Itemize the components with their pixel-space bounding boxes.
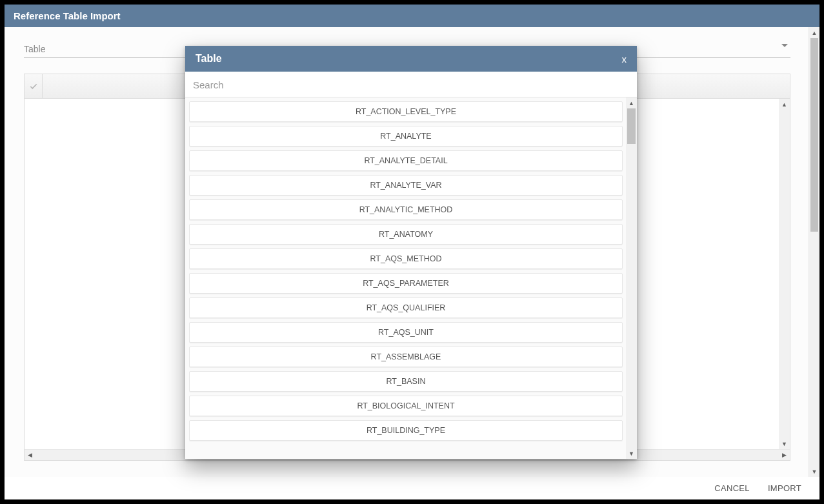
import-button[interactable]: IMPORT (768, 483, 801, 493)
page-title: Reference Table Import (14, 10, 121, 21)
list-item[interactable]: RT_AQS_UNIT (189, 322, 623, 343)
list-item[interactable]: RT_BUILDING_TYPE (189, 420, 623, 441)
table-select-placeholder: Table (24, 44, 45, 54)
list-item[interactable]: RT_ANATOMY (189, 224, 623, 245)
grid-vertical-scrollbar[interactable]: ▲ ▼ (779, 99, 790, 449)
list-item[interactable]: RT_BIOLOGICAL_INTENT (189, 396, 623, 416)
modal-header: Table x (185, 46, 637, 72)
scroll-up-icon[interactable]: ▲ (809, 27, 819, 38)
list-item[interactable]: RT_AQS_PARAMETER (189, 273, 623, 294)
scroll-up-icon[interactable]: ▲ (626, 97, 637, 108)
scrollbar-thumb[interactable] (627, 108, 636, 144)
search-input[interactable] (193, 77, 629, 93)
modal-list-wrap: RT_ACTION_LEVEL_TYPERT_ANALYTERT_ANALYTE… (185, 97, 637, 459)
table-picker-modal: Table x RT_ACTION_LEVEL_TYPERT_ANALYTERT… (185, 46, 637, 459)
list-item[interactable]: RT_ASSEMBLAGE (189, 347, 623, 367)
list-item[interactable]: RT_ANALYTE_DETAIL (189, 150, 623, 171)
cancel-button[interactable]: CANCEL (714, 483, 750, 493)
grid-select-all-checkbox[interactable] (25, 74, 43, 98)
scroll-down-icon[interactable]: ▼ (626, 448, 637, 459)
list-item[interactable]: RT_ANALYTE_VAR (189, 175, 623, 196)
modal-title: Table (196, 53, 222, 65)
modal-search-wrap (185, 72, 637, 97)
chevron-down-icon (781, 44, 788, 47)
scroll-down-icon[interactable]: ▼ (809, 466, 819, 477)
list-item[interactable]: RT_ACTION_LEVEL_TYPE (189, 101, 623, 122)
modal-list: RT_ACTION_LEVEL_TYPERT_ANALYTERT_ANALYTE… (189, 101, 623, 455)
modal-close-button[interactable]: x (622, 54, 627, 65)
scroll-up-icon[interactable]: ▲ (779, 99, 790, 110)
scroll-left-icon[interactable]: ◀ (25, 450, 35, 460)
list-item[interactable]: RT_ANALYTE (189, 126, 623, 146)
check-icon (29, 82, 38, 91)
scroll-down-icon[interactable]: ▼ (779, 438, 790, 449)
scrollbar-thumb[interactable] (810, 38, 818, 232)
list-item[interactable]: RT_ANALYTIC_METHOD (189, 199, 623, 220)
content-vertical-scrollbar[interactable]: ▲ ▼ (809, 27, 819, 477)
modal-vertical-scrollbar[interactable]: ▲ ▼ (626, 97, 637, 459)
list-item[interactable]: RT_AQS_QUALIFIER (189, 297, 623, 318)
list-item[interactable]: RT_BASIN (189, 371, 623, 392)
scroll-right-icon[interactable]: ▶ (779, 450, 790, 460)
page-header: Reference Table Import (5, 5, 819, 27)
list-item[interactable]: RT_AQS_METHOD (189, 248, 623, 269)
footer-actions: CANCEL IMPORT (5, 477, 819, 499)
